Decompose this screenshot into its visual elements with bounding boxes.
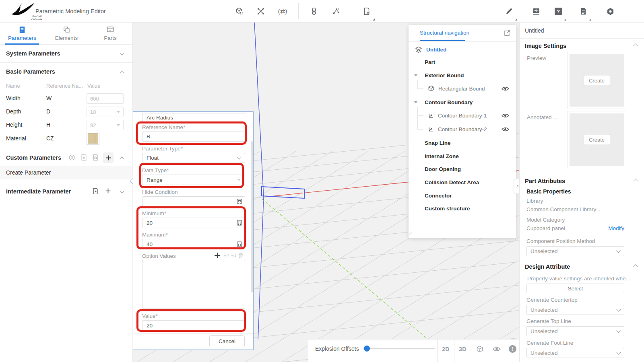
tree-item-root[interactable]: Untitled [409,44,516,55]
panel-resize-handle[interactable] [409,232,415,237]
app-window: SeaGullCabinets Parametric Modeling Edit… [0,0,644,362]
toolbar-separator [298,3,299,19]
document-export-button[interactable] [361,6,372,17]
cancel-button[interactable]: Cancel [209,335,245,347]
edit-tool-button[interactable] [504,6,515,17]
branch-tool-button[interactable] [330,6,342,17]
design-attribute-section[interactable]: Design Attribute [520,262,644,271]
visibility-toggle[interactable] [502,85,510,92]
tree-item-collision-detect-area[interactable]: Collision Detect Area [409,177,516,187]
tree-item-part[interactable]: Part [409,57,516,67]
tree-collapse-icon[interactable] [414,74,417,76]
material-swatch[interactable] [87,132,99,145]
height-value-select[interactable]: 82 [87,120,124,130]
generate-top-line-select[interactable]: Unselected [526,326,624,336]
parameter-type-select[interactable]: Float [142,153,245,163]
parameter-name-input[interactable] [142,113,245,122]
tree-item-snap-line[interactable]: Snap Line [409,138,516,148]
mesh-tool-button[interactable] [255,6,266,17]
collapse-right-panel-button[interactable] [514,179,519,194]
visibility-button[interactable] [488,339,505,358]
maximum-input[interactable] [142,239,245,249]
view-3d-button[interactable]: 3D [454,339,471,358]
document-title: Untitled [525,27,544,34]
depth-value-select[interactable]: 18 [87,107,124,117]
tab-parameters[interactable]: Parameters [0,23,44,45]
tree-item-contour-boundary[interactable]: Contour Boundary [409,97,516,107]
generate-top-line-label: Generate Top Line [526,318,571,324]
minimum-input[interactable] [142,218,245,228]
doc-star-icon[interactable] [80,154,87,161]
view-2d-button[interactable]: 2D [438,339,454,358]
move-option-down-button[interactable] [230,252,237,259]
expand-panel-button[interactable] [504,30,510,38]
visibility-toggle[interactable] [502,112,510,119]
plus-icon [105,155,111,161]
settings-tool-button[interactable] [605,6,616,17]
list-down-icon [231,253,237,259]
option-values-textarea[interactable] [142,260,245,309]
doc-circle-icon[interactable] [92,154,99,161]
dialog-scrollbar[interactable] [251,141,253,292]
custom-parameters-section[interactable]: Custom Parameters [0,149,132,166]
value-label: Value* [142,313,158,319]
explosion-slider-track[interactable] [363,348,435,349]
create-parameter-row[interactable]: Create Parameter [0,166,132,179]
tree-item-contour-boundary-2[interactable]: Contour Boundary-2 [409,124,516,134]
move-option-up-button[interactable] [223,252,230,259]
create-preview-button[interactable]: Create [584,75,610,86]
tab-parts[interactable]: Parts [88,23,132,45]
help-tool-button[interactable]: ? [553,6,564,17]
generate-foot-line-select[interactable]: Unselected [526,348,624,358]
tree-item-door-opening[interactable]: Door Opening [409,164,516,174]
visibility-toggle[interactable] [502,126,510,132]
basic-parameters-section[interactable]: Basic Parameters [0,63,132,80]
generate-countertop-select[interactable]: Unselected [526,305,624,315]
panel-wireframe [262,187,304,198]
calculator-icon[interactable] [237,220,242,226]
annotated-label: Annotated ... [527,114,558,120]
width-value-input[interactable] [87,93,124,104]
select-button[interactable]: Select [526,284,624,293]
warning-button[interactable]: ! [505,339,520,358]
swap-tool-button[interactable]: (⇄) [277,6,288,17]
image-settings-section[interactable]: Image Settings [520,41,644,50]
reference-name-input[interactable] [142,132,245,142]
isometric-view-button[interactable] [471,339,488,358]
link-tool-button[interactable] [308,6,320,17]
tree-item-exterior-bound[interactable]: Exterior Bound [409,70,516,80]
tree-item-connector[interactable]: Connector [409,190,516,201]
preview-label: Preview [527,55,546,61]
calculator-icon[interactable] [237,241,242,247]
chevron-up-icon [120,71,124,75]
chevron-up-icon [633,264,638,269]
data-type-select[interactable]: Range [142,175,245,185]
system-parameters-section[interactable]: System Parameters [0,45,132,63]
create-annotated-button[interactable]: Create [584,134,610,145]
tab-elements[interactable]: Elements [44,23,89,45]
add-intermediate-button[interactable] [105,188,111,194]
tree-item-custom-structure[interactable]: Custom structure [409,203,516,214]
value-input[interactable] [142,320,245,331]
doc-star-icon[interactable] [92,188,99,195]
monitor-tool-button[interactable] [530,6,542,17]
add-option-button[interactable] [214,252,221,259]
add-parameter-button[interactable] [103,152,114,163]
target-icon[interactable] [68,154,75,161]
position-method-select[interactable]: Unselected [526,246,624,256]
part-attributes-section[interactable]: Part Attributes [520,177,644,185]
model-category-value: Cupboard panel [526,225,565,231]
chevron-down-icon [616,328,621,333]
document-tool-button[interactable] [578,6,589,17]
tree-item-rectangular-bound[interactable]: Rectangular Bound [409,83,516,94]
intermediate-parameter-section[interactable]: Intermediate Parameter [0,183,132,200]
tree-item-contour-boundary-1[interactable]: Contour Boundary-1 [409,110,516,121]
hide-condition-input[interactable] [142,196,245,206]
component-tool-button[interactable] [234,6,245,17]
calculator-icon[interactable] [237,198,242,204]
tree-collapse-icon[interactable] [414,101,417,103]
explosion-slider-thumb[interactable] [364,346,370,352]
modify-link[interactable]: Modify [608,225,624,231]
delete-option-button[interactable] [237,252,244,259]
tree-item-internal-zone[interactable]: Internal Zone [409,151,516,161]
